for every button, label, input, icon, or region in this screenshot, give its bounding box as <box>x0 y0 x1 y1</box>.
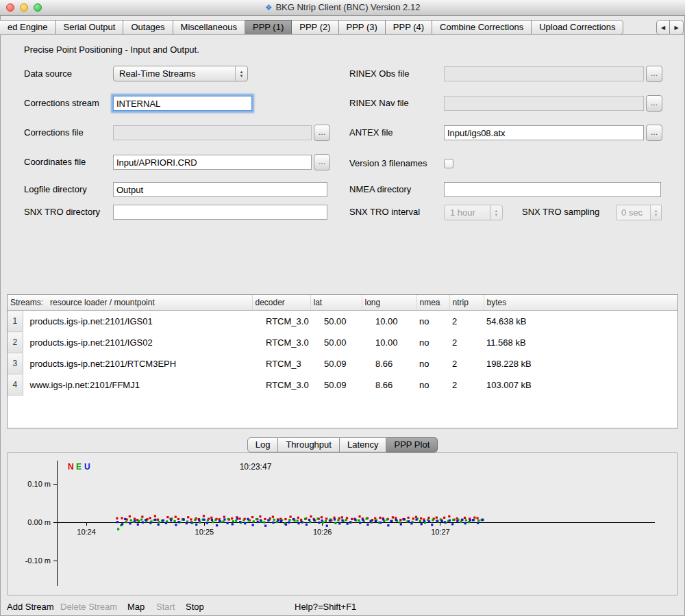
status-bar: Add Stream Delete Stream Map Start Stop … <box>0 598 685 616</box>
app-icon: ❖ <box>265 3 273 12</box>
main-tab-bar: ed Engine Serial Output Outages Miscella… <box>0 20 653 35</box>
row-number[interactable]: 2 <box>8 332 23 353</box>
tab-upload-corrections[interactable]: Upload Corrections <box>532 20 623 35</box>
cell-lat[interactable]: 50.00 <box>310 311 362 332</box>
header-mountpoint[interactable]: Streams: resource loader / mountpoint <box>8 295 252 311</box>
nmea-directory-input[interactable] <box>444 182 661 197</box>
svg-text:U: U <box>84 462 90 472</box>
tab-combine-corrections[interactable]: Combine Corrections <box>432 20 532 35</box>
tab-ppp-4[interactable]: PPP (4) <box>386 20 432 35</box>
cell-decoder[interactable]: RTCM_3 <box>252 353 310 374</box>
logfile-directory-label: Logfile directory <box>24 182 87 197</box>
cell-long[interactable]: 10.00 <box>362 332 416 353</box>
tab-miscellaneous[interactable]: Miscellaneous <box>173 20 245 35</box>
stop-button[interactable]: Stop <box>186 602 204 612</box>
snx-tro-interval-label: SNX TRO interval <box>349 205 420 220</box>
row-number[interactable]: 1 <box>8 311 23 332</box>
tab-scroll-left-button[interactable]: ◀ <box>656 20 670 35</box>
cell-long[interactable]: 8.66 <box>362 374 416 396</box>
title-bar[interactable]: ❖BKG Ntrip Client (BNC) Version 2.12 <box>0 0 685 16</box>
snx-tro-sampling-value: 0 sec <box>621 207 643 218</box>
svg-text:10:24: 10:24 <box>77 528 96 536</box>
tab-outages[interactable]: Outages <box>123 20 173 35</box>
snx-tro-interval-select: 1 hour ▲▼ <box>444 205 503 220</box>
tab-log[interactable]: Log <box>247 437 279 452</box>
cell-bytes[interactable]: 54.638 kB <box>484 311 677 332</box>
tab-ppp-plot[interactable]: PPP Plot <box>386 437 438 452</box>
cell-ntrip[interactable]: 2 <box>449 311 484 332</box>
tab-scroll-buttons: ◀ ▶ <box>656 20 684 35</box>
tab-ppp-3[interactable]: PPP (3) <box>339 20 386 35</box>
cell-nmea[interactable]: no <box>416 332 449 353</box>
coordinates-file-input[interactable] <box>113 155 312 170</box>
logfile-directory-input[interactable] <box>113 182 327 197</box>
header-lat[interactable]: lat <box>310 295 362 311</box>
tab-throughput[interactable]: Throughput <box>278 437 340 452</box>
antex-file-input[interactable] <box>444 125 644 140</box>
rinex-nav-file-browse-button[interactable]: ... <box>646 95 662 112</box>
header-nmea[interactable]: nmea <box>416 295 449 311</box>
map-button[interactable]: Map <box>127 602 145 612</box>
stream-row[interactable]: 4 www.igs-ip.net:2101/FFMJ1 RTCM_3.0 50.… <box>8 374 677 396</box>
header-ntrip[interactable]: ntrip <box>449 295 484 311</box>
ppp-plot-canvas: 0.10 m0.00 m-0.10 m10:2410:2510:2610:27N… <box>8 453 677 595</box>
coordinates-file-browse-button[interactable]: ... <box>314 154 330 170</box>
stream-row[interactable]: 1 products.igs-ip.net:2101/IGS01 RTCM_3.… <box>8 311 677 332</box>
cell-ntrip[interactable]: 2 <box>449 332 484 353</box>
cell-decoder[interactable]: RTCM_3.0 <box>252 374 310 396</box>
tab-latency[interactable]: Latency <box>340 437 387 452</box>
streams-header-row: Streams: resource loader / mountpoint de… <box>8 295 677 311</box>
data-source-select[interactable]: Real-Time Streams ▲▼ <box>113 66 248 81</box>
cell-nmea[interactable]: no <box>416 353 449 374</box>
cell-ntrip[interactable]: 2 <box>449 374 484 396</box>
cell-bytes[interactable]: 103.007 kB <box>484 374 677 396</box>
snx-tro-directory-input[interactable] <box>113 205 327 220</box>
svg-text:10:26: 10:26 <box>313 528 332 536</box>
svg-text:E: E <box>76 462 82 472</box>
cell-long[interactable]: 10.00 <box>362 311 416 332</box>
cell-nmea[interactable]: no <box>416 311 449 332</box>
tab-ppp-1[interactable]: PPP (1) <box>245 20 292 35</box>
svg-text:10:27: 10:27 <box>431 528 450 536</box>
header-bytes[interactable]: bytes <box>484 295 677 311</box>
cell-decoder[interactable]: RTCM_3.0 <box>252 311 310 332</box>
tab-feed-engine[interactable]: ed Engine <box>0 20 56 35</box>
stream-row[interactable]: 2 products.igs-ip.net:2101/IGS02 RTCM_3.… <box>8 332 677 353</box>
start-button: Start <box>156 602 175 612</box>
row-number[interactable]: 4 <box>8 374 23 396</box>
header-decoder[interactable]: decoder <box>252 295 310 311</box>
cell-bytes[interactable]: 11.568 kB <box>484 332 677 353</box>
corrections-file-browse-button[interactable]: ... <box>314 125 330 141</box>
cell-mountpoint[interactable]: products.igs-ip.net:2101/RTCM3EPH <box>23 353 252 374</box>
tab-serial-output[interactable]: Serial Output <box>56 20 124 35</box>
stream-row[interactable]: 3 products.igs-ip.net:2101/RTCM3EPH RTCM… <box>8 353 677 374</box>
cell-nmea[interactable]: no <box>416 374 449 396</box>
snx-tro-interval-value: 1 hour <box>450 207 475 218</box>
version3-filenames-checkbox[interactable] <box>444 159 453 168</box>
row-number[interactable]: 3 <box>8 353 23 374</box>
tab-scroll-right-button[interactable]: ▶ <box>670 20 684 35</box>
cell-long[interactable]: 8.66 <box>362 353 416 374</box>
tab-ppp-2[interactable]: PPP (2) <box>292 20 338 35</box>
cell-lat[interactable]: 50.09 <box>310 374 362 396</box>
cell-mountpoint[interactable]: products.igs-ip.net:2101/IGS02 <box>23 332 252 353</box>
corrections-stream-input[interactable] <box>113 96 252 111</box>
help-hint: Help?=Shift+F1 <box>295 602 356 612</box>
corrections-file-input <box>113 125 312 140</box>
cell-decoder[interactable]: RTCM_3.0 <box>252 332 310 353</box>
snx-tro-sampling-spinbox: 0 sec ▲▼ <box>616 205 662 220</box>
rinex-nav-file-label: RINEX Nav file <box>349 96 409 111</box>
antex-file-browse-button[interactable]: ... <box>646 125 662 141</box>
cell-bytes[interactable]: 198.228 kB <box>484 353 677 374</box>
tab-pane-border <box>0 34 685 35</box>
add-stream-button[interactable]: Add Stream <box>7 602 54 612</box>
stepper-arrows-icon: ▲▼ <box>490 205 502 220</box>
cell-mountpoint[interactable]: products.igs-ip.net:2101/IGS01 <box>23 311 252 332</box>
cell-ntrip[interactable]: 2 <box>449 353 484 374</box>
cell-mountpoint[interactable]: www.igs-ip.net:2101/FFMJ1 <box>23 374 252 396</box>
header-long[interactable]: long <box>362 295 416 311</box>
rinex-obs-file-browse-button[interactable]: ... <box>646 66 662 82</box>
cell-lat[interactable]: 50.09 <box>310 353 362 374</box>
cell-lat[interactable]: 50.00 <box>310 332 362 353</box>
delete-stream-button: Delete Stream <box>60 602 117 612</box>
